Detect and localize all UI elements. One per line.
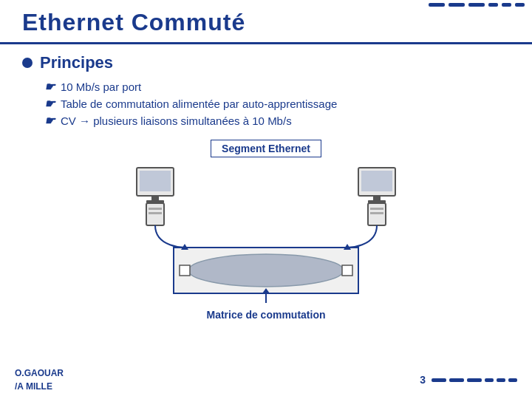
f-bullet-3: ☛ <box>44 114 55 128</box>
matrice-label: Matrice de commutation <box>206 309 325 321</box>
list-item-3: ☛ CV → plusieurs liaisons simultanées à … <box>44 114 510 128</box>
principes-section-header: Principes <box>22 53 510 72</box>
principes-title: Principes <box>40 53 113 72</box>
switch-port-left <box>180 265 190 276</box>
header: Ethernet Commuté <box>0 0 532 44</box>
diagram-area: Segment Ethernet <box>22 140 510 321</box>
dash-3 <box>468 3 485 7</box>
footer-decorative-dashes <box>432 378 517 382</box>
left-monitor-stand <box>151 196 159 200</box>
bullet-list: ☛ 10 Mb/s par port ☛ Table de commutatio… <box>44 80 510 128</box>
page-title: Ethernet Commuté <box>22 9 245 35</box>
right-tower-slot2 <box>370 212 383 214</box>
right-cable <box>347 225 377 248</box>
dash-4 <box>488 3 498 7</box>
bullet-icon <box>22 58 33 68</box>
right-monitor-stand <box>373 196 381 200</box>
footer-dash-3 <box>467 378 482 382</box>
left-tower-slot2 <box>149 212 162 214</box>
right-monitor-screen <box>361 171 392 191</box>
footer-authors: O.GAOUAR /A MILLE <box>15 366 64 393</box>
dash-2 <box>449 3 465 7</box>
author-line-1: O.GAOUAR <box>15 366 64 380</box>
list-item-1: ☛ 10 Mb/s par port <box>44 80 510 94</box>
f-bullet-1: ☛ <box>44 80 55 94</box>
segment-label-container: Segment Ethernet <box>211 140 321 157</box>
footer-dash-5 <box>497 378 505 382</box>
top-decorative-dashes <box>429 3 525 7</box>
list-item-3-text: CV → plusieurs liaisons simultanées à 10… <box>61 115 292 127</box>
footer: O.GAOUAR /A MILLE 3 <box>0 366 532 393</box>
dash-6 <box>515 3 525 7</box>
dash-5 <box>502 3 511 7</box>
left-tower-slot1 <box>149 208 162 210</box>
footer-dash-6 <box>508 378 517 382</box>
list-item-1-text: 10 Mb/s par port <box>61 81 141 93</box>
footer-dash-1 <box>432 378 446 382</box>
switch-port-right <box>342 265 352 276</box>
page-number: 3 <box>420 374 426 386</box>
list-item-2-text: Table de commutation alimentée par auto-… <box>61 98 337 110</box>
left-cable <box>155 225 185 248</box>
left-monitor-screen <box>140 171 171 191</box>
footer-dash-4 <box>485 378 494 382</box>
dash-1 <box>429 3 445 7</box>
switch-ellipse <box>188 254 344 287</box>
footer-dash-2 <box>449 378 464 382</box>
author-line-2: /A MILLE <box>15 380 64 393</box>
segment-ethernet-label: Segment Ethernet <box>211 140 321 157</box>
main-content: Principes ☛ 10 Mb/s par port ☛ Table de … <box>0 53 532 321</box>
right-tower-slot1 <box>370 208 383 210</box>
diagram-svg <box>96 160 436 304</box>
f-bullet-2: ☛ <box>44 97 55 111</box>
list-item-2: ☛ Table de commutation alimentée par aut… <box>44 97 510 111</box>
